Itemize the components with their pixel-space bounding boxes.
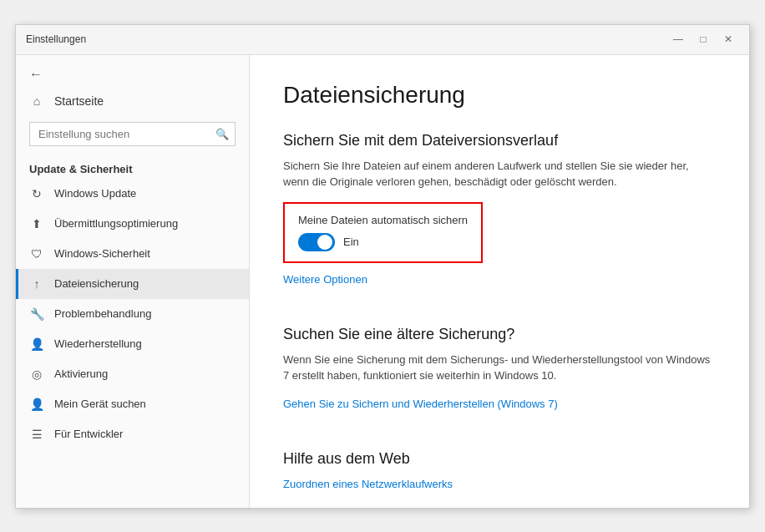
section2-title: Suchen Sie eine ältere Sicherung? <box>283 326 716 343</box>
wiederherstellung-icon: 👤 <box>29 337 44 352</box>
home-icon: ⌂ <box>29 94 44 109</box>
fur-entwickler-icon: ☰ <box>29 427 44 442</box>
sidebar-item-problembehandlung[interactable]: 🔧 Problembehandlung <box>16 299 249 329</box>
search-icon: 🔍 <box>215 128 229 140</box>
maximize-button[interactable]: □ <box>692 31 714 48</box>
toggle-state-label: Ein <box>343 236 359 248</box>
section2-description: Wenn Sie eine Sicherung mit dem Sicherun… <box>283 352 716 384</box>
sidebar-item-wiederherstellung[interactable]: 👤 Wiederherstellung <box>16 329 249 359</box>
auto-backup-box: Meine Dateien automatisch sichern Ein <box>283 202 483 263</box>
sidebar-item-label: Mein Gerät suchen <box>54 398 146 410</box>
windows-update-icon: ↻ <box>29 186 44 201</box>
sidebar-item-mein-gerat[interactable]: 👤 Mein Gerät suchen <box>16 389 249 419</box>
window-title: Einstellungen <box>26 33 86 45</box>
problembehandlung-icon: 🔧 <box>29 307 44 322</box>
sidebar-item-label: Wiederherstellung <box>54 337 142 350</box>
content-area: ← ⌂ Startseite 🔍 Update & Sicherheit ↻ W… <box>16 55 749 508</box>
section3-title: Hilfe aus dem Web <box>283 450 716 468</box>
section-altere-sicherung: Suchen Sie eine ältere Sicherung? Wenn S… <box>283 326 716 433</box>
close-button[interactable]: ✕ <box>717 31 739 48</box>
section1-title: Sichern Sie mit dem Dateiversionsverlauf <box>283 132 716 149</box>
section1-description: Sichern Sie Ihre Dateien auf einem ander… <box>283 158 716 190</box>
back-button[interactable]: ← <box>29 67 43 82</box>
title-bar-controls: — □ ✕ <box>667 31 739 48</box>
dateiensicherung-icon: ↑ <box>29 276 44 291</box>
sidebar-home-item[interactable]: ⌂ Startseite <box>16 87 249 115</box>
page-title: Dateiensicherung <box>283 82 716 109</box>
ubermittlung-icon: ⬆ <box>29 216 44 231</box>
netzwerklaufwerk-link[interactable]: Zuordnen eines Netzwerklaufwerks <box>283 478 453 490</box>
sidebar-item-fur-entwickler[interactable]: ☰ Für Entwickler <box>16 419 249 449</box>
sidebar-item-dateiensicherung[interactable]: ↑ Dateiensicherung <box>16 269 249 299</box>
more-options-link[interactable]: Weitere Optionen <box>283 273 367 286</box>
sidebar-item-windows-update[interactable]: ↻ Windows Update <box>16 179 249 209</box>
sidebar-item-label: Windows-Sicherheit <box>54 247 150 260</box>
section-dateiversionsverlauf: Sichern Sie mit dem Dateiversionsverlauf… <box>283 132 716 309</box>
main-content: Dateiensicherung Sichern Sie mit dem Dat… <box>250 55 749 508</box>
aktivierung-icon: ◎ <box>29 367 44 382</box>
sidebar-item-label: Windows Update <box>54 187 136 200</box>
mein-gerat-icon: 👤 <box>29 397 44 412</box>
auto-backup-toggle[interactable] <box>298 233 335 251</box>
sidebar-item-label: Problembehandlung <box>54 307 151 320</box>
sidebar-item-label: Dateiensicherung <box>54 277 139 290</box>
sidebar-back: ← <box>16 55 249 87</box>
sicherheit-icon: 🛡 <box>29 246 44 261</box>
title-bar: Einstellungen — □ ✕ <box>16 25 749 55</box>
title-bar-left: Einstellungen <box>26 33 86 45</box>
toggle-row: Ein <box>298 233 468 251</box>
minimize-button[interactable]: — <box>667 31 689 48</box>
home-label: Startseite <box>54 94 104 108</box>
sidebar-section-title: Update & Sicherheit <box>16 153 249 179</box>
search-input[interactable] <box>29 122 236 146</box>
sidebar-search: 🔍 <box>29 122 236 146</box>
toggle-label: Meine Dateien automatisch sichern <box>298 214 468 226</box>
sidebar-item-label: Aktivierung <box>54 367 108 380</box>
sidebar-item-windows-sicherheit[interactable]: 🛡 Windows-Sicherheit <box>16 239 249 269</box>
windows7-backup-link[interactable]: Gehen Sie zu Sichern und Wiederherstelle… <box>283 398 558 410</box>
sidebar-item-aktivierung[interactable]: ◎ Aktivierung <box>16 359 249 389</box>
sidebar-item-ubermittlung[interactable]: ⬆ Übermittlungsoptimierung <box>16 209 249 239</box>
section-hilfe-web: Hilfe aus dem Web Zuordnen eines Netzwer… <box>283 450 716 508</box>
sidebar: ← ⌂ Startseite 🔍 Update & Sicherheit ↻ W… <box>16 55 250 508</box>
sidebar-item-label: Für Entwickler <box>54 428 123 440</box>
sidebar-item-label: Übermittlungsoptimierung <box>54 217 178 230</box>
settings-window: Einstellungen — □ ✕ ← ⌂ Startseite 🔍 Upd… <box>15 24 750 509</box>
